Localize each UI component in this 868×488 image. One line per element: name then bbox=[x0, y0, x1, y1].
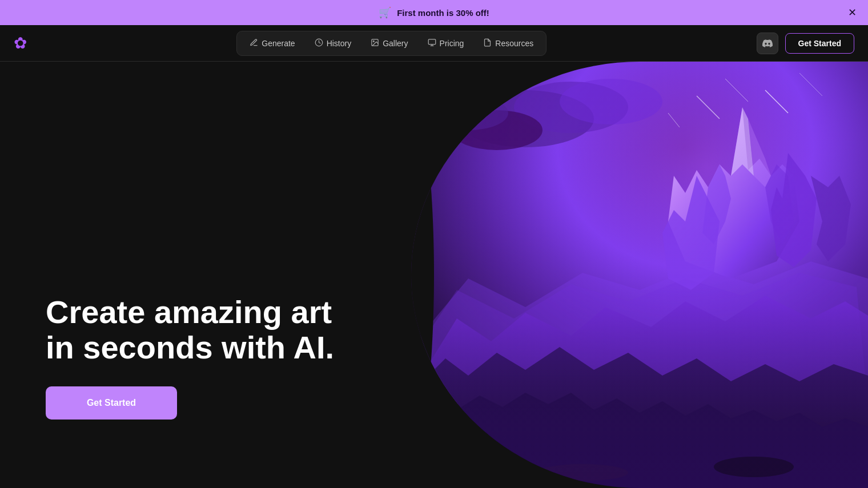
svg-point-2 bbox=[373, 41, 375, 42]
svg-point-35 bbox=[411, 62, 434, 487]
nav-item-gallery[interactable]: Gallery bbox=[361, 34, 417, 53]
hero-section: Create amazing art in seconds with AI. G… bbox=[0, 62, 868, 488]
svg-rect-3 bbox=[428, 39, 436, 44]
generate-icon bbox=[250, 38, 258, 49]
resources-icon bbox=[483, 38, 492, 49]
history-icon bbox=[315, 38, 323, 49]
gallery-icon bbox=[371, 38, 379, 49]
discord-button[interactable] bbox=[757, 33, 778, 54]
logo-icon: ✿ bbox=[14, 34, 27, 53]
hero-heading-line2: in seconds with AI. bbox=[46, 329, 334, 365]
svg-point-31 bbox=[434, 450, 503, 473]
hero-text-area: Create amazing art in seconds with AI. G… bbox=[0, 62, 400, 488]
history-label: History bbox=[327, 39, 352, 48]
hero-heading: Create amazing art in seconds with AI. bbox=[46, 295, 354, 366]
pricing-label: Pricing bbox=[440, 39, 464, 48]
cart-icon: 🛒 bbox=[379, 6, 391, 19]
gallery-label: Gallery bbox=[383, 39, 408, 48]
banner-close-button[interactable]: ✕ bbox=[848, 7, 857, 18]
nav-item-history[interactable]: History bbox=[306, 34, 361, 53]
nav-links: Generate History Gallery bbox=[236, 31, 546, 56]
nav-item-pricing[interactable]: Pricing bbox=[419, 34, 473, 53]
nav-item-resources[interactable]: Resources bbox=[474, 34, 542, 53]
promo-banner: 🛒 First month is 30% off! ✕ bbox=[0, 0, 868, 25]
resources-label: Resources bbox=[495, 39, 533, 48]
hero-heading-line1: Create amazing art bbox=[46, 294, 332, 330]
nav-item-generate[interactable]: Generate bbox=[240, 34, 304, 53]
pricing-icon bbox=[428, 38, 436, 49]
generate-label: Generate bbox=[262, 39, 295, 48]
nav-get-started-button[interactable]: Get Started bbox=[785, 33, 854, 54]
banner-text: First month is 30% off! bbox=[397, 8, 489, 18]
hero-get-started-button[interactable]: Get Started bbox=[46, 386, 177, 420]
logo[interactable]: ✿ bbox=[14, 34, 27, 53]
navbar: ✿ Generate History Ga bbox=[0, 25, 868, 62]
nav-right: Get Started bbox=[757, 33, 854, 54]
hero-image bbox=[411, 62, 868, 488]
svg-rect-34 bbox=[411, 62, 868, 488]
